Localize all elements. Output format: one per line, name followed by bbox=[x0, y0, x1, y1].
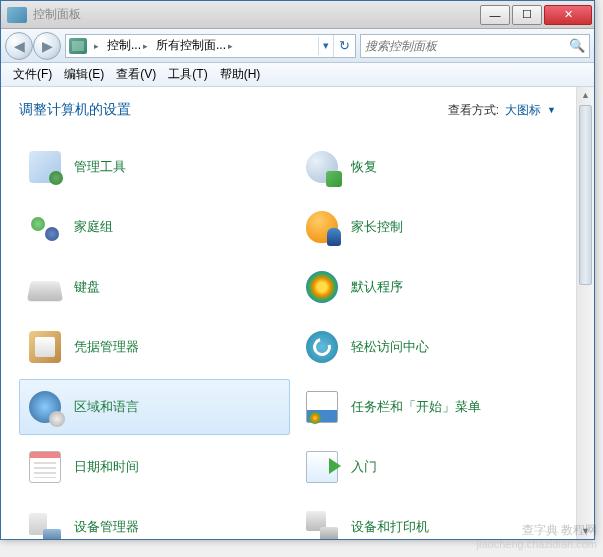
cp-item-device-manager[interactable]: 设备管理器 bbox=[19, 499, 290, 539]
control-panel-icon bbox=[69, 38, 87, 54]
item-label: 设备管理器 bbox=[74, 518, 139, 536]
homegroup-icon bbox=[28, 210, 62, 244]
menu-file[interactable]: 文件(F) bbox=[7, 63, 58, 86]
cp-item-parental[interactable]: 家长控制 bbox=[296, 199, 567, 255]
item-label: 家长控制 bbox=[351, 218, 403, 236]
address-bar[interactable]: ▸ 控制...▸ 所有控制面...▸ ▾ ↻ bbox=[65, 34, 356, 58]
admin-tools-icon bbox=[28, 150, 62, 184]
chevron-down-icon[interactable]: ▼ bbox=[547, 105, 556, 115]
viewmode-value[interactable]: 大图标 bbox=[505, 102, 541, 119]
menu-help[interactable]: 帮助(H) bbox=[214, 63, 267, 86]
forward-button[interactable]: ▶ bbox=[33, 32, 61, 60]
menu-edit[interactable]: 编辑(E) bbox=[58, 63, 110, 86]
item-label: 家庭组 bbox=[74, 218, 113, 236]
item-label: 设备和打印机 bbox=[351, 518, 429, 536]
breadcrumb: 控制...▸ bbox=[103, 37, 152, 54]
cp-item-default-programs[interactable]: 默认程序 bbox=[296, 259, 567, 315]
item-label: 恢复 bbox=[351, 158, 377, 176]
taskbar-start-icon bbox=[305, 390, 339, 424]
ease-of-access-icon bbox=[305, 330, 339, 364]
cp-item-keyboard[interactable]: 键盘 bbox=[19, 259, 290, 315]
search-icon[interactable]: 🔍 bbox=[569, 38, 585, 53]
item-label: 日期和时间 bbox=[74, 458, 139, 476]
close-button[interactable]: ✕ bbox=[544, 5, 592, 25]
cp-item-recovery[interactable]: 恢复 bbox=[296, 139, 567, 195]
item-label: 任务栏和「开始」菜单 bbox=[351, 398, 481, 416]
default-programs-icon bbox=[305, 270, 339, 304]
cp-item-homegroup[interactable]: 家庭组 bbox=[19, 199, 290, 255]
cp-item-admin-tools[interactable]: 管理工具 bbox=[19, 139, 290, 195]
scroll-down-button[interactable]: ▼ bbox=[577, 523, 594, 539]
main-panel: 调整计算机的设置 查看方式: 大图标 ▼ 管理工具恢复家庭组家长控制键盘默认程序… bbox=[1, 87, 576, 539]
recovery-icon bbox=[305, 150, 339, 184]
menubar: 文件(F) 编辑(E) 查看(V) 工具(T) 帮助(H) bbox=[1, 63, 594, 87]
devices-printers-icon bbox=[305, 510, 339, 539]
app-icon bbox=[7, 7, 27, 23]
back-button[interactable]: ◀ bbox=[5, 32, 33, 60]
window-title: 控制面板 bbox=[33, 6, 81, 23]
menu-view[interactable]: 查看(V) bbox=[110, 63, 162, 86]
content: 调整计算机的设置 查看方式: 大图标 ▼ 管理工具恢复家庭组家长控制键盘默认程序… bbox=[1, 87, 594, 539]
credential-manager-icon bbox=[28, 330, 62, 364]
breadcrumb: 所有控制面...▸ bbox=[152, 37, 237, 54]
cp-item-devices-printers[interactable]: 设备和打印机 bbox=[296, 499, 567, 539]
maximize-button[interactable]: ☐ bbox=[512, 5, 542, 25]
cp-item-date-time[interactable]: 日期和时间 bbox=[19, 439, 290, 495]
dropdown-icon[interactable]: ▾ bbox=[319, 39, 333, 52]
cp-item-region-language[interactable]: 区域和语言 bbox=[19, 379, 290, 435]
items-grid: 管理工具恢复家庭组家长控制键盘默认程序凭据管理器轻松访问中心区域和语言任务栏和「… bbox=[19, 139, 566, 539]
device-manager-icon bbox=[28, 510, 62, 539]
date-time-icon bbox=[28, 450, 62, 484]
window: 控制面板 — ☐ ✕ ◀ ▶ ▸ 控制...▸ 所有控制面...▸ ▾ ↻ 🔍 … bbox=[0, 0, 595, 540]
cp-item-ease-of-access[interactable]: 轻松访问中心 bbox=[296, 319, 567, 375]
cp-item-getting-started[interactable]: 入门 bbox=[296, 439, 567, 495]
parental-icon bbox=[305, 210, 339, 244]
scrollbar[interactable]: ▲ ▼ bbox=[576, 87, 594, 539]
menu-tools[interactable]: 工具(T) bbox=[162, 63, 213, 86]
item-label: 区域和语言 bbox=[74, 398, 139, 416]
item-label: 管理工具 bbox=[74, 158, 126, 176]
cp-item-credential-manager[interactable]: 凭据管理器 bbox=[19, 319, 290, 375]
keyboard-icon bbox=[28, 270, 62, 304]
scroll-up-button[interactable]: ▲ bbox=[577, 87, 594, 103]
viewmode-label: 查看方式: bbox=[448, 102, 499, 119]
scroll-thumb[interactable] bbox=[579, 105, 592, 285]
view-mode-selector[interactable]: 查看方式: 大图标 ▼ bbox=[448, 102, 556, 119]
navbar: ◀ ▶ ▸ 控制...▸ 所有控制面...▸ ▾ ↻ 🔍 bbox=[1, 29, 594, 63]
item-label: 键盘 bbox=[74, 278, 100, 296]
item-label: 默认程序 bbox=[351, 278, 403, 296]
titlebar: 控制面板 — ☐ ✕ bbox=[1, 1, 594, 29]
page-title: 调整计算机的设置 bbox=[19, 101, 131, 119]
minimize-button[interactable]: — bbox=[480, 5, 510, 25]
refresh-button[interactable]: ↻ bbox=[333, 35, 355, 57]
item-label: 入门 bbox=[351, 458, 377, 476]
search-input[interactable] bbox=[365, 39, 569, 53]
cp-item-taskbar-start[interactable]: 任务栏和「开始」菜单 bbox=[296, 379, 567, 435]
getting-started-icon bbox=[305, 450, 339, 484]
region-language-icon bbox=[28, 390, 62, 424]
item-label: 凭据管理器 bbox=[74, 338, 139, 356]
item-label: 轻松访问中心 bbox=[351, 338, 429, 356]
search-box[interactable]: 🔍 bbox=[360, 34, 590, 58]
